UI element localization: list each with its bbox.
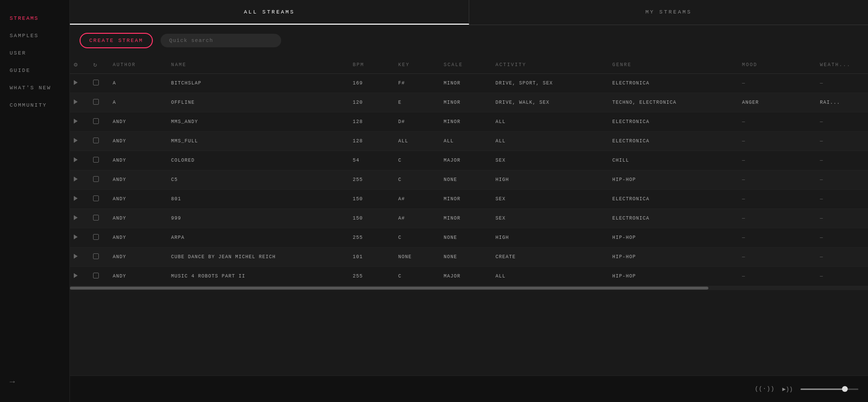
tab-my-streams[interactable]: MY STREAMS [469, 0, 868, 25]
link-icon[interactable] [93, 138, 99, 143]
play-icon[interactable] [74, 138, 78, 143]
col-header-genre: GENRE [609, 56, 738, 74]
author-cell: A [109, 93, 167, 112]
link-icon[interactable] [93, 176, 99, 182]
play-icon[interactable] [74, 273, 78, 278]
activity-cell: DRIVE, WALK, SEX [492, 93, 609, 112]
genre-cell: HIP-HOP [609, 248, 738, 267]
sidebar-item-guide[interactable]: GUIDE [0, 62, 69, 79]
weather-cell: — [816, 228, 868, 248]
search-input[interactable] [161, 34, 281, 47]
link-cell [89, 267, 108, 286]
table-row: A OFFLINE 120 E MINOR DRIVE, WALK, SEX T… [70, 93, 868, 112]
horizontal-scrollbar[interactable] [70, 286, 868, 290]
genre-cell: ELECTRONICA [609, 190, 738, 209]
scale-cell: MAJOR [440, 267, 492, 286]
play-cell [70, 209, 89, 228]
link-icon[interactable] [93, 118, 99, 124]
sidebar-item-user[interactable]: USER [0, 44, 69, 62]
author-cell: ANDY [109, 190, 167, 209]
link-cell [89, 209, 108, 228]
key-cell: C [394, 228, 440, 248]
bpm-cell: 255 [349, 228, 394, 248]
link-icon[interactable] [93, 157, 99, 163]
streams-table-container[interactable]: ⚙ ↻ AUTHOR NAME BPM KEY SCALE ACTIVITY G… [70, 56, 868, 375]
mood-cell: — [738, 151, 816, 170]
play-cell [70, 74, 89, 93]
tab-all-streams[interactable]: ALL STREAMS [70, 0, 469, 25]
link-icon[interactable] [93, 253, 99, 259]
play-cell [70, 267, 89, 286]
activity-cell: ALL [492, 132, 609, 151]
logout-icon[interactable]: → [10, 377, 15, 387]
key-cell: C [394, 267, 440, 286]
link-cell [89, 228, 108, 248]
table-body: A BITCHSLAP 169 F# MINOR DRIVE, SPORT, S… [70, 74, 868, 286]
mood-cell: — [738, 74, 816, 93]
mood-cell: — [738, 112, 816, 132]
scale-cell: MINOR [440, 93, 492, 112]
volume-slider[interactable] [800, 388, 858, 390]
link-icon[interactable] [93, 215, 99, 221]
name-cell: OFFLINE [167, 93, 349, 112]
refresh-icon[interactable]: ↻ [93, 61, 98, 69]
play-cell [70, 190, 89, 209]
weather-cell: — [816, 267, 868, 286]
key-cell: A# [394, 209, 440, 228]
sidebar-item-streams[interactable]: STREAMS [0, 10, 69, 27]
table-row: ANDY 999 150 A# MINOR SEX ELECTRONICA — … [70, 209, 868, 228]
link-icon[interactable] [93, 99, 99, 105]
scale-cell: MAJOR [440, 151, 492, 170]
activity-cell: HIGH [492, 228, 609, 248]
play-icon[interactable] [74, 99, 78, 104]
weather-cell: — [816, 112, 868, 132]
play-cell [70, 170, 89, 190]
settings-icon[interactable]: ⚙ [74, 61, 79, 69]
play-icon[interactable] [74, 215, 78, 220]
play-icon[interactable] [74, 196, 78, 201]
play-cell [70, 151, 89, 170]
key-cell: C [394, 151, 440, 170]
scale-cell: MINOR [440, 209, 492, 228]
weather-cell: — [816, 248, 868, 267]
author-cell: ANDY [109, 151, 167, 170]
link-icon[interactable] [93, 234, 99, 240]
activity-cell: SEX [492, 190, 609, 209]
activity-cell: DRIVE, SPORT, SEX [492, 74, 609, 93]
author-cell: ANDY [109, 112, 167, 132]
link-icon[interactable] [93, 273, 99, 278]
table-row: ANDY ARPA 255 C NONE HIGH HIP-HOP — — [70, 228, 868, 248]
weather-cell: RAI... [816, 93, 868, 112]
sidebar: STREAMS SAMPLES USER GUIDE WHAT'S NEW CO… [0, 0, 70, 402]
genre-cell: ELECTRONICA [609, 132, 738, 151]
table-row: ANDY MUSIC 4 ROBOTS PART II 255 C MAJOR … [70, 267, 868, 286]
link-cell [89, 151, 108, 170]
name-cell: 999 [167, 209, 349, 228]
link-icon[interactable] [93, 80, 99, 85]
mood-cell: — [738, 248, 816, 267]
play-icon[interactable] [74, 80, 78, 85]
genre-cell: CHILL [609, 151, 738, 170]
scrollbar-thumb[interactable] [70, 287, 708, 290]
sidebar-item-whats-new[interactable]: WHAT'S NEW [0, 79, 69, 97]
bpm-cell: 128 [349, 112, 394, 132]
play-icon[interactable] [74, 235, 78, 239]
table-row: ANDY C5 255 C NONE HIGH HIP-HOP — — [70, 170, 868, 190]
link-icon[interactable] [93, 195, 99, 201]
name-cell: BITCHSLAP [167, 74, 349, 93]
play-icon[interactable] [74, 119, 78, 124]
mood-cell: — [738, 132, 816, 151]
link-cell [89, 190, 108, 209]
bpm-cell: 255 [349, 267, 394, 286]
play-icon[interactable] [74, 177, 78, 181]
create-stream-button[interactable]: CREATE STREAM [80, 33, 153, 48]
play-icon[interactable] [74, 157, 78, 162]
play-icon[interactable] [74, 254, 78, 259]
genre-cell: ELECTRONICA [609, 74, 738, 93]
sidebar-item-samples[interactable]: SAMPLES [0, 27, 69, 44]
genre-cell: ELECTRONICA [609, 209, 738, 228]
author-cell: ANDY [109, 132, 167, 151]
sidebar-item-community[interactable]: COMMUNITY [0, 97, 69, 114]
name-cell: MMS_FULL [167, 132, 349, 151]
genre-cell: HIP-HOP [609, 228, 738, 248]
